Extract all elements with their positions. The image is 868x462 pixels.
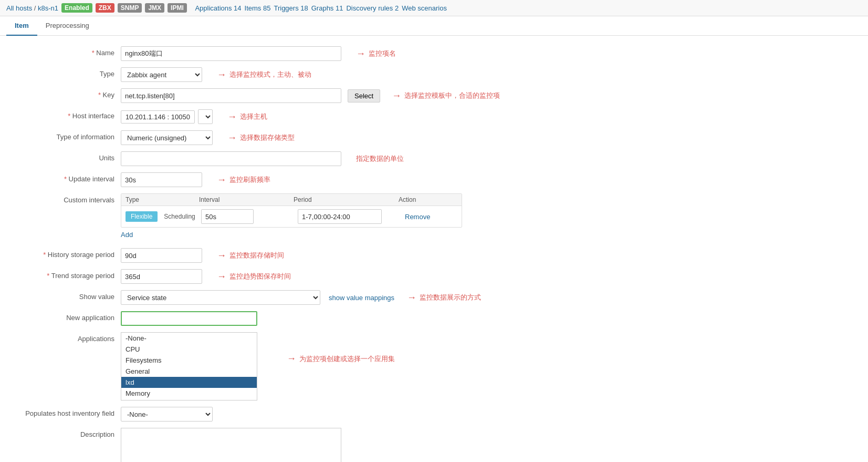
app-item-cpu[interactable]: CPU [121, 344, 257, 355]
annotation-type-of-info: → 选择数据存储类型 [227, 132, 295, 143]
annotation-trend-storage: → 监控趋势图保存时间 [217, 271, 291, 282]
tag-zbx: ZBX [96, 3, 114, 13]
app-item-memory[interactable]: Memory [121, 388, 257, 399]
row-type-of-info: Type of information Numeric (unsigned) →… [16, 130, 852, 145]
row-name: Name → 监控项名 [16, 46, 852, 61]
app-item-general[interactable]: General [121, 366, 257, 377]
tag-jmx: JMX [145, 3, 164, 13]
arrow-name: → [356, 48, 365, 59]
label-type: Type [16, 67, 121, 78]
arrow-host-interface: → [227, 111, 237, 122]
arrow-applications: → [287, 353, 296, 364]
select-populates[interactable]: -None- [121, 407, 213, 422]
label-type-of-info: Type of information [16, 130, 121, 141]
tab-bar: Item Preprocessing [0, 16, 868, 36]
arrow-type: → [217, 69, 226, 80]
ci-add-container: Add [121, 228, 462, 242]
ci-interval-input[interactable] [201, 209, 254, 224]
nav-items[interactable]: Items 85 [245, 4, 271, 12]
ci-type-header: Type [126, 196, 199, 203]
annotation-history-storage: → 监控数据存储时间 [217, 250, 284, 261]
row-populates: Populates host inventory field -None- [16, 407, 852, 422]
select-show-value[interactable]: Service state [121, 290, 320, 305]
annotation-applications: → 为监控项创建或选择一个应用集 [287, 353, 395, 364]
nav-web-scenarios[interactable]: Web scenarios [402, 4, 447, 12]
annotation-update-interval: → 监控刷新频率 [217, 174, 270, 186]
app-item-none[interactable]: -None- [121, 333, 257, 344]
arrow-history-storage: → [217, 250, 226, 261]
label-custom-intervals: Custom intervals [16, 193, 121, 204]
input-units[interactable] [121, 151, 341, 166]
btn-flexible[interactable]: Flexible [126, 211, 158, 222]
nav-divider [190, 4, 192, 12]
row-host-interface: Host interface 10.201.1.146 : 10050 ▼ → … [16, 109, 852, 124]
main-content: Name → 监控项名 Type Zabbix agent → 选择监控模式，主… [0, 36, 868, 462]
tab-preprocessing[interactable]: Preprocessing [37, 16, 98, 36]
annotation-name: → 监控项名 [356, 48, 396, 59]
btn-scheduling[interactable]: Scheduling [159, 211, 200, 222]
textarea-description[interactable] [121, 428, 341, 462]
input-new-application[interactable] [121, 311, 257, 326]
ci-type-buttons: Flexible Scheduling [126, 211, 199, 222]
host-interface-select[interactable]: ▼ [198, 109, 213, 124]
app-item-network-interfaces[interactable]: Network interfaces [121, 399, 257, 401]
ci-period-input[interactable] [298, 209, 382, 224]
label-name: Name [16, 46, 121, 57]
label-description: Description [16, 428, 121, 438]
breadcrumb-host[interactable]: k8s-n1 [38, 4, 58, 12]
tag-enabled: Enabled [61, 3, 92, 13]
annotation-key: → 选择监控模板中，合适的监控项 [392, 90, 500, 101]
tag-snmp: SNMP [118, 3, 142, 13]
breadcrumb: All hosts / k8s-n1 [6, 4, 58, 12]
tab-item[interactable]: Item [6, 16, 37, 36]
ci-interval-header: Interval [199, 196, 294, 203]
row-history-storage: History storage period → 监控数据存储时间 [16, 248, 852, 263]
show-value-mappings-link[interactable]: show value mappings [329, 294, 394, 302]
host-interface-value: 10.201.1.146 : 10050 [121, 110, 195, 124]
intervals-header: Type Interval Period Action [121, 194, 462, 206]
label-show-value: Show value [16, 290, 121, 301]
row-key: Key Select → 选择监控模板中，合适的监控项 [16, 88, 852, 103]
nav-applications[interactable]: Applications 14 [195, 4, 241, 12]
app-item-filesystems[interactable]: Filesystems [121, 355, 257, 366]
row-new-application: New application [16, 311, 852, 326]
annotation-show-value: → 监控数据展示的方式 [407, 292, 481, 303]
row-custom-intervals: Custom intervals Type Interval Period Ac… [16, 193, 852, 242]
nav-graphs[interactable]: Graphs 11 [311, 4, 343, 12]
row-trend-storage: Trend storage period → 监控趋势图保存时间 [16, 269, 852, 284]
row-units: Units 指定数据的单位 [16, 151, 852, 166]
arrow-type-of-info: → [227, 132, 237, 143]
input-name[interactable] [121, 46, 341, 61]
arrow-key: → [392, 90, 401, 101]
breadcrumb-all-hosts[interactable]: All hosts [6, 4, 32, 12]
annotation-host-interface: → 选择主机 [227, 111, 267, 122]
applications-listbox[interactable]: -None- CPU Filesystems General lxd Memor… [121, 332, 257, 401]
nav-discovery-rules[interactable]: Discovery rules 2 [346, 4, 399, 12]
nav-triggers[interactable]: Triggers 18 [274, 4, 308, 12]
select-key-button[interactable]: Select [348, 89, 380, 102]
row-update-interval: Update interval → 监控刷新频率 [16, 172, 852, 187]
row-show-value: Show value Service state show value mapp… [16, 290, 852, 305]
intervals-row-1: Flexible Scheduling Remove [121, 206, 462, 227]
select-type-of-info[interactable]: Numeric (unsigned) [121, 130, 213, 145]
ci-period-header: Period [294, 196, 399, 203]
label-history-storage: History storage period [16, 248, 121, 259]
annotation-type: → 选择监控模式，主动、被动 [217, 69, 311, 80]
annotation-units: 指定数据的单位 [356, 154, 404, 163]
row-type: Type Zabbix agent → 选择监控模式，主动、被动 [16, 67, 852, 82]
app-item-lxd[interactable]: lxd [121, 377, 257, 388]
input-key[interactable] [121, 88, 341, 103]
arrow-update-interval: → [217, 174, 226, 186]
ci-add-link[interactable]: Add [121, 231, 133, 239]
tag-ipmi: IPMI [168, 3, 187, 13]
input-history-storage[interactable] [121, 248, 202, 263]
ci-remove-link[interactable]: Remove [405, 213, 457, 221]
label-new-application: New application [16, 311, 121, 322]
input-update-interval[interactable] [121, 172, 202, 187]
top-navigation: All hosts / k8s-n1 Enabled ZBX SNMP JMX … [0, 0, 868, 16]
breadcrumb-sep1: / [34, 4, 36, 12]
input-trend-storage[interactable] [121, 269, 202, 284]
row-description: Description [16, 428, 852, 462]
ci-action-header: Action [399, 196, 451, 203]
select-type[interactable]: Zabbix agent [121, 67, 202, 82]
